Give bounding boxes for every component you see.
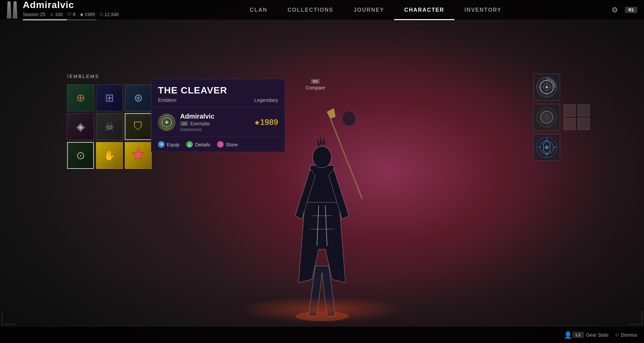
r1-badge: R1 xyxy=(625,7,637,13)
nav-item-journey[interactable]: JOURNEY xyxy=(343,0,394,20)
power-value: 1989 xyxy=(260,118,278,127)
item-popup: R2 Compare THE CLEAVER Emblem Legendary xyxy=(151,79,285,152)
emblem-symbol-5: ☠ xyxy=(105,120,114,133)
svg-marker-11 xyxy=(320,135,323,145)
nav-label-clan: CLAN xyxy=(250,7,267,13)
store-badge: □ xyxy=(217,141,224,148)
popup-title: THE CLEAVER xyxy=(158,85,278,96)
guardian-bar-2 xyxy=(13,1,17,19)
season-stat: Season 25 xyxy=(23,12,45,17)
power-icon: ⚔ xyxy=(50,12,54,17)
compare-label: Compare xyxy=(306,85,325,90)
nav-label-inventory: INVENTORY xyxy=(465,7,501,13)
ground-glow xyxy=(238,296,406,323)
glory-stat: ◆ 1989 xyxy=(80,12,95,17)
bottom-bar: 👤 L2 Gear Stats ○ Dismiss xyxy=(0,326,644,343)
owner-emblem xyxy=(158,114,175,131)
popup-actions: ✕ Equip △ Details □ Store xyxy=(151,137,285,152)
compare-button[interactable]: R2 Compare xyxy=(306,79,325,90)
main-nav: CLAN COLLECTIONS JOURNEY CHARACTER INVEN… xyxy=(168,0,584,20)
emblem-slot-5[interactable]: ☠ xyxy=(96,113,123,140)
power-stat: ⚔ 100 xyxy=(50,12,63,17)
guardian-bar-1 xyxy=(7,1,11,19)
glory-icon: ◆ xyxy=(80,12,83,17)
xp-fill xyxy=(23,19,67,20)
equip-button[interactable]: ✕ Equip xyxy=(158,141,179,148)
nav-item-inventory[interactable]: INVENTORY xyxy=(454,0,512,20)
nav-item-collections[interactable]: COLLECTIONS xyxy=(277,0,343,20)
right-slot-1[interactable] xyxy=(533,74,560,100)
dismiss-label: Dismiss xyxy=(621,332,637,338)
emblem-slot-2[interactable]: ⊞ xyxy=(96,84,123,111)
valor-icon: ⬡ xyxy=(100,12,103,17)
owner-info: Admiralvic 10 Exemplar Depressed. xyxy=(180,113,250,132)
svg-point-26 xyxy=(545,145,549,149)
owner-desc: Depressed. xyxy=(180,127,250,132)
emblem-slot-4[interactable]: ◈ xyxy=(67,113,94,140)
compare-badge: R2 xyxy=(311,79,320,84)
details-button[interactable]: △ Details xyxy=(186,141,210,148)
mini-slot-1[interactable] xyxy=(564,105,576,117)
dismiss-badge: ○ xyxy=(615,331,619,338)
emblem-slot-8[interactable]: ✋ xyxy=(96,142,123,169)
mini-slot-2[interactable] xyxy=(578,105,590,117)
owner-power: ◆ 1989 xyxy=(255,118,278,127)
emblem-symbol-3: ⊛ xyxy=(134,91,143,104)
store-button[interactable]: □ Store xyxy=(217,141,238,148)
right-slot-2[interactable] xyxy=(533,104,560,131)
valor-stat: ⬡ 12,946 xyxy=(100,12,119,17)
emblem-icon-9 xyxy=(128,145,148,165)
emblems-section-title: /EMBLEMS xyxy=(67,74,168,79)
power-diamond-icon: ◆ xyxy=(255,119,259,126)
mini-slot-3[interactable] xyxy=(564,118,576,130)
emblem-symbol-2: ⊞ xyxy=(105,91,114,104)
shield-icon: 🛡 xyxy=(67,12,71,17)
popup-header: THE CLEAVER Emblem Legendary xyxy=(151,79,285,108)
emblem-slot-1[interactable]: ⊕ xyxy=(67,84,94,111)
dismiss-action[interactable]: ○ Dismiss xyxy=(615,331,637,338)
gear-stats-action[interactable]: L2 Gear Stats xyxy=(572,332,608,338)
svg-point-9 xyxy=(313,146,331,168)
popup-rarity: Legendary xyxy=(254,97,278,103)
owner-title: Exemplar xyxy=(190,121,210,126)
header-right: ⚙ R1 xyxy=(584,6,637,14)
mini-slot-4[interactable] xyxy=(578,118,590,130)
emblem-symbol-8: ✋ xyxy=(104,150,115,161)
emblem-slot-6[interactable]: ⛉ xyxy=(125,113,152,140)
popup-type: Emblem xyxy=(158,97,176,103)
guardian-icon xyxy=(7,1,17,19)
emblem-symbol-6: ⛉ xyxy=(133,121,144,133)
right-slot-icon-3 xyxy=(535,136,558,159)
details-badge: △ xyxy=(186,141,193,148)
popup-owner-section: Admiralvic 10 Exemplar Depressed. ◆ 1989 xyxy=(151,108,285,137)
right-slot-icon-1 xyxy=(535,75,558,99)
svg-marker-12 xyxy=(323,135,325,145)
emblem-symbol-1: ⊕ xyxy=(76,91,85,104)
header: Admiralvic Season 25 ⚔ 100 🛡 8 ◆ 1989 ⬡ … xyxy=(0,0,644,20)
guardian-name: Admiralvic xyxy=(23,0,119,10)
store-label: Store xyxy=(226,142,238,147)
settings-icon[interactable]: ⚙ xyxy=(611,6,618,14)
main-content: /EMBLEMS ⊕ ⊞ ⊛ ◈ ☠ ⛉ ⊙ xyxy=(0,20,644,343)
right-panel xyxy=(533,74,590,161)
equip-badge: ✕ xyxy=(158,141,165,148)
gear-stats-label: Gear Stats xyxy=(586,332,608,338)
emblem-symbol-4: ◈ xyxy=(76,120,85,133)
character-area xyxy=(221,20,423,343)
xp-bar xyxy=(23,19,97,20)
character-icon: 👤 xyxy=(564,331,572,339)
right-slot-3[interactable] xyxy=(533,134,560,161)
emblem-slot-7[interactable]: ⊙ xyxy=(67,142,94,169)
nav-item-character[interactable]: CHARACTER xyxy=(394,0,454,20)
header-left: Admiralvic Season 25 ⚔ 100 🛡 8 ◆ 1989 ⬡ … xyxy=(7,0,168,20)
details-label: Details xyxy=(195,142,210,147)
nav-label-character: CHARACTER xyxy=(404,7,444,13)
owner-level-row: 10 Exemplar xyxy=(180,121,250,126)
owner-emblem-svg xyxy=(159,115,174,130)
emblem-symbol-7: ⊙ xyxy=(76,149,85,162)
bottom-center: 👤 xyxy=(564,331,572,339)
level-badge: 10 xyxy=(180,121,188,126)
nav-item-clan[interactable]: CLAN xyxy=(240,0,277,20)
emblem-slot-3[interactable]: ⊛ xyxy=(125,84,152,111)
emblem-slot-9[interactable] xyxy=(125,142,152,169)
